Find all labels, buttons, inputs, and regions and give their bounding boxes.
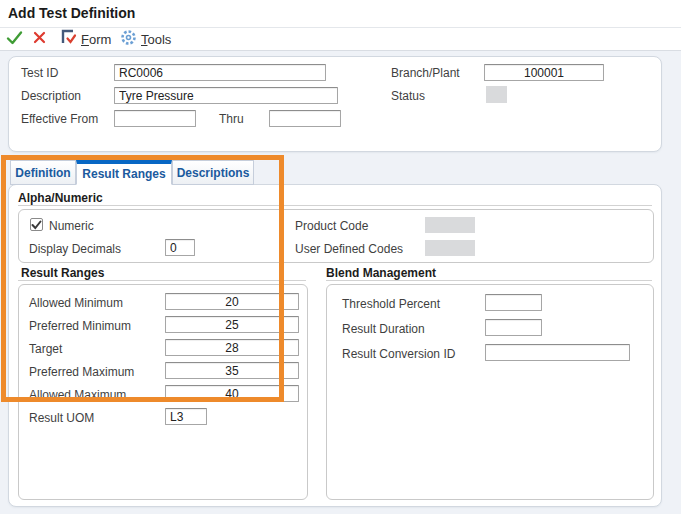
result-ranges-rule [18, 280, 306, 281]
user-defined-codes-label: User Defined Codes [295, 242, 403, 256]
tools-button[interactable]: Tools [120, 28, 171, 50]
preferred-minimum-label: Preferred Minimum [29, 319, 131, 333]
form-button[interactable]: Form [60, 28, 111, 50]
gear-icon [120, 29, 137, 50]
thru-input[interactable] [269, 110, 341, 127]
toolbar: Form Tools [0, 28, 681, 51]
alpha-numeric-rule [18, 205, 652, 206]
result-ranges-box: Allowed Minimum Preferred Minimum Target… [18, 284, 308, 500]
user-defined-codes-value-box [425, 240, 475, 256]
display-decimals-input[interactable] [165, 239, 195, 256]
display-decimals-label: Display Decimals [29, 242, 121, 256]
threshold-percent-label: Threshold Percent [342, 297, 440, 311]
preferred-minimum-input[interactable] [165, 316, 299, 333]
ok-button[interactable] [6, 28, 23, 50]
close-icon [32, 30, 47, 49]
top-bars: Add Test Definition For [0, 0, 681, 50]
result-uom-input[interactable] [165, 408, 207, 425]
result-conversion-id-label: Result Conversion ID [342, 347, 455, 361]
preferred-maximum-input[interactable] [165, 362, 299, 379]
result-duration-label: Result Duration [342, 322, 425, 336]
cancel-button[interactable] [32, 28, 47, 50]
numeric-checkbox[interactable] [30, 218, 43, 231]
thru-label: Thru [219, 112, 244, 126]
alpha-numeric-box: Numeric Display Decimals Product Code Us… [18, 209, 654, 263]
product-code-label: Product Code [295, 219, 368, 233]
form-exit-icon [60, 29, 77, 49]
branch-plant-label: Branch/Plant [391, 66, 460, 80]
threshold-percent-input[interactable] [485, 294, 542, 311]
tab-definition[interactable]: Definition [10, 160, 76, 185]
effective-from-input[interactable] [114, 110, 196, 127]
check-icon [6, 30, 23, 49]
allowed-minimum-label: Allowed Minimum [29, 296, 123, 310]
target-label: Target [29, 342, 62, 356]
tab-content-panel: Alpha/Numeric Numeric Display Decimals P… [8, 184, 662, 507]
status-label: Status [391, 89, 425, 103]
page-title: Add Test Definition [8, 5, 135, 21]
description-label: Description [21, 89, 81, 103]
result-ranges-title: Result Ranges [21, 266, 104, 280]
result-uom-label: Result UOM [29, 411, 94, 425]
test-id-label: Test ID [21, 66, 58, 80]
form-button-label: Form [81, 32, 111, 47]
target-input[interactable] [165, 339, 299, 356]
alpha-numeric-title: Alpha/Numeric [18, 191, 103, 205]
allowed-minimum-input[interactable] [165, 293, 299, 310]
result-duration-input[interactable] [485, 319, 542, 336]
preferred-maximum-label: Preferred Maximum [29, 365, 134, 379]
branch-plant-input[interactable] [484, 64, 604, 81]
status-value-box [486, 86, 507, 103]
allowed-maximum-label: Allowed Maximum [29, 388, 126, 402]
tools-button-label: Tools [141, 32, 171, 47]
product-code-value-box [425, 217, 475, 233]
effective-from-label: Effective From [21, 112, 98, 126]
tab-descriptions[interactable]: Descriptions [172, 160, 254, 185]
blend-management-rule [326, 280, 652, 281]
numeric-checkbox-label: Numeric [49, 219, 94, 233]
allowed-maximum-input[interactable] [165, 385, 299, 402]
title-bar: Add Test Definition [0, 0, 681, 28]
blend-management-title: Blend Management [326, 266, 436, 280]
add-test-definition-window: Add Test Definition For [0, 0, 681, 514]
blend-management-box: Threshold Percent Result Duration Result… [326, 284, 654, 500]
result-conversion-id-input[interactable] [485, 344, 630, 361]
header-fields-panel: Test ID Branch/Plant Description Status … [8, 56, 662, 152]
tab-result-ranges[interactable]: Result Ranges [76, 160, 172, 185]
description-input[interactable] [114, 87, 338, 104]
test-id-input[interactable] [114, 64, 326, 81]
